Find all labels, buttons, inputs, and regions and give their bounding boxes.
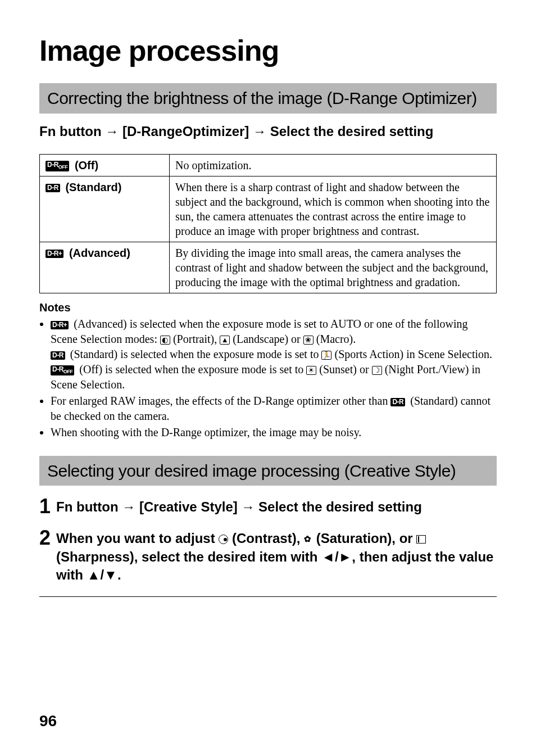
note-text: (Standard) is selected when the exposure… [67,348,322,360]
instruction-dro: Fn button → [D-RangeOptimizer] → Select … [39,123,497,141]
dro-standard-icon: D-R [390,398,405,406]
sunset-icon: ☀ [306,366,316,375]
option-label: (Standard) [65,181,121,193]
left-right-icon: ◄/► [321,549,352,564]
step-text-segment: (Saturation), or [312,531,416,546]
note-text: (Sports Action) in Scene Selection. [331,348,492,360]
menu-item-label: [Creative Style] [139,499,238,514]
note-text: (Off) is selected when the exposure mode… [76,363,306,375]
option-label: (Advanced) [69,247,130,259]
step-number: 1 [39,496,51,517]
macro-icon: ❀ [303,336,314,345]
step-number: 2 [39,527,51,549]
up-down-icon: ▲/▼ [87,567,117,582]
step-text-segment: . [117,567,121,582]
list-item: D-R+ (Advanced) is selected when the exp… [51,316,497,392]
section-heading-creative-style: Selecting your desired image processing … [39,456,497,486]
portrait-icon: ◐ [160,336,170,345]
action-label: Select the desired setting [258,499,422,514]
note-text: (Landscape) or [230,333,303,345]
dro-advanced-icon: D-R+ [51,321,69,329]
dro-options-table: D-ROFF (Off) No optimization. D-R (Stand… [39,154,497,293]
note-text: For enlarged RAW images, the effects of … [51,395,390,407]
step-1: 1 Fn button → [Creative Style] → Select … [39,496,497,517]
sharpness-icon [416,535,426,544]
dro-off-icon: D-ROFF [46,161,69,171]
step-text-segment: (Sharpness), select the desired item wit… [56,549,321,564]
sports-icon: 🏃 [321,351,331,360]
notes-heading: Notes [39,301,497,314]
arrow-icon: → [105,124,122,139]
note-text: (Macro). [314,333,356,345]
page-title: Image processing [39,34,497,67]
step-text-segment: (Contrast), [228,531,304,546]
table-row: D-ROFF (Off) No optimization. [40,154,497,176]
option-description: When there is a sharp contrast of light … [170,176,497,242]
step-2: 2 When you want to adjust (Contrast), (S… [39,527,497,584]
table-row: D-R+ (Advanced) By dividing the image in… [40,242,497,293]
list-item: When shooting with the D-Range optimizer… [51,425,497,440]
list-item: For enlarged RAW images, the effects of … [51,393,497,424]
dro-advanced-icon: D-R+ [46,250,63,258]
action-label: Select the desired setting [270,124,434,139]
dro-off-icon: D-ROFF [51,365,74,375]
page-number: 96 [39,712,57,730]
saturation-icon [304,535,312,544]
arrow-icon: → [241,499,258,514]
notes-list: D-R+ (Advanced) is selected when the exp… [39,316,497,440]
step-text-segment: When you want to adjust [56,531,219,546]
contrast-icon [219,535,228,544]
option-description: By dividing the image into small areas, … [170,242,497,293]
note-text: (Portrait), [170,333,220,345]
landscape-icon: ▲ [220,336,230,345]
section-heading-dro: Correcting the brightness of the image (… [39,83,497,114]
menu-item-label: [D-RangeOptimizer] [122,124,249,139]
arrow-icon: → [253,124,270,139]
table-row: D-R (Standard) When there is a sharp con… [40,176,497,242]
separator [39,596,497,597]
night-icon: ☽ [372,366,382,375]
option-label: (Off) [75,159,98,171]
fn-button-label: Fn button [56,499,119,514]
dro-standard-icon: D-R [51,351,65,360]
fn-button-label: Fn button [39,124,102,139]
note-text: (Sunset) or [316,363,371,375]
option-description: No optimization. [170,154,497,176]
arrow-icon: → [122,499,139,514]
dro-standard-icon: D-R [46,184,60,192]
